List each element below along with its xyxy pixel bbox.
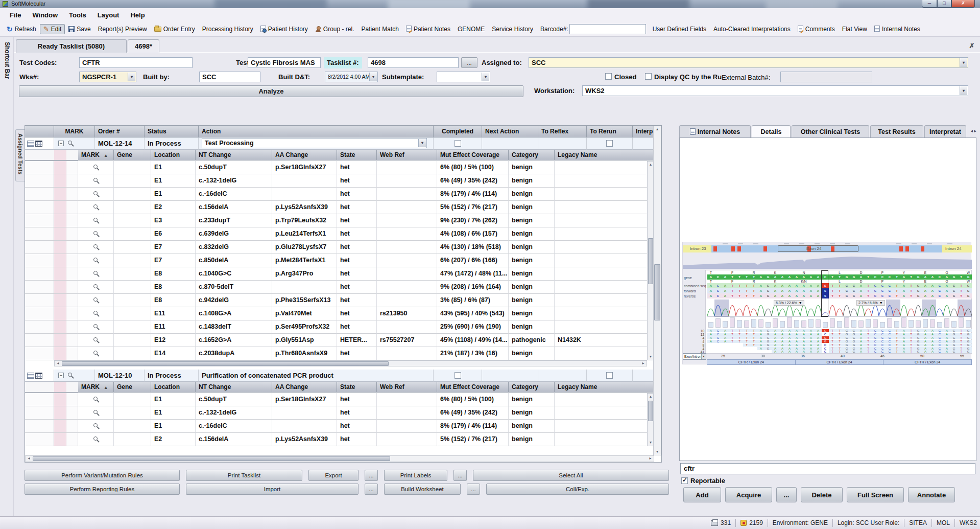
col-completed[interactable]: Completed — [434, 126, 482, 137]
delete-button[interactable]: Delete — [801, 487, 843, 502]
variant-row[interactable]: E1 c.-16delC het 8% (179) / 4% (114) ben… — [25, 420, 654, 433]
col-interp[interactable]: Interp — [633, 126, 654, 137]
variant-hscrollbar[interactable]: ◂ ▸ — [54, 360, 647, 366]
col-location[interactable]: Location — [151, 150, 196, 160]
perform-reporting-rules-button[interactable]: Perform Reporting Rules — [25, 484, 180, 495]
variant-row[interactable]: E8 c.1040G>C p.Arg347Pro het 47% (1472) … — [25, 267, 654, 281]
completed-checkbox[interactable] — [455, 140, 461, 147]
select-all-button[interactable]: Select All — [473, 470, 669, 481]
flat-view-button[interactable]: Flat View — [839, 24, 871, 34]
col-category[interactable]: Category — [509, 150, 555, 160]
chromatogram-viewer[interactable]: Intron 23Exon 24Intron 24genecombined se… — [682, 242, 971, 364]
mark-wand-icon[interactable] — [92, 231, 99, 237]
mark-wand-icon[interactable] — [92, 204, 99, 211]
variant-row[interactable]: E14 c.2038dupA p.Thr680AsnfsX9 het 21% (… — [25, 347, 654, 360]
patient-notes-button[interactable]: Patient Notes — [402, 24, 454, 34]
test-codes-field[interactable]: CFTR — [79, 57, 193, 68]
tab-current-tasklist[interactable]: 4698* — [128, 39, 159, 53]
col-legacy-name[interactable]: Legacy Name — [555, 150, 654, 160]
menu-tools[interactable]: Tools — [63, 10, 92, 20]
chevron-down-icon[interactable]: ▾ — [482, 73, 489, 81]
variant-row[interactable]: E6 c.639delG p.Leu214TerfsX1 het 4% (108… — [25, 227, 654, 241]
col-sub-mark[interactable]: MARK▴ — [78, 382, 114, 393]
vscroll-thumb[interactable] — [654, 264, 660, 320]
import-options-button[interactable]: ... — [365, 484, 378, 495]
import-button[interactable]: Import — [186, 484, 358, 495]
patient-match-button[interactable]: Patient Match — [358, 24, 402, 34]
genome-button[interactable]: GENOME — [454, 24, 488, 34]
mark-wand-icon[interactable] — [92, 324, 99, 330]
col-status[interactable]: Status — [145, 126, 199, 137]
vscroll-thumb[interactable] — [648, 238, 653, 284]
range-dropdown[interactable]: Exon/Intron▾ — [683, 353, 706, 360]
mark-wand-icon[interactable] — [92, 297, 99, 304]
mark-wand-icon[interactable] — [92, 257, 99, 264]
perform-variant-rules-button[interactable]: Perform Variant/Mutation Rules — [25, 470, 180, 481]
col-web-ref[interactable]: Web Ref — [377, 150, 437, 160]
close-button[interactable]: ✗ — [951, 0, 975, 8]
tab-next-icon[interactable]: ▸ — [974, 128, 976, 133]
gene-input[interactable]: cftr — [680, 463, 975, 474]
export-options-button[interactable]: ... — [365, 470, 378, 481]
to-rerun-checkbox[interactable] — [606, 140, 613, 147]
col-state[interactable]: State — [337, 150, 377, 160]
barcode-input[interactable] — [569, 24, 646, 34]
tasklist-browse-button[interactable]: ... — [461, 57, 477, 68]
export-button[interactable]: Export — [308, 470, 358, 481]
edit-button[interactable]: ✎Edit — [40, 24, 65, 34]
variant-row[interactable]: E3 c.233dupT p.Trp79LeufsX32 het 9% (230… — [25, 214, 654, 227]
col-order[interactable]: Order # — [95, 126, 145, 137]
report-icon[interactable] — [27, 141, 34, 147]
variant-row[interactable]: E1 c.50dupT p.Ser18GlnfsX27 het 6% (80) … — [25, 161, 654, 174]
comments-button[interactable]: Comments — [794, 24, 839, 34]
display-qc-checkbox[interactable] — [645, 73, 652, 80]
tab-close-icon[interactable]: ✗ — [968, 42, 976, 50]
menu-layout[interactable]: Layout — [92, 10, 125, 20]
worksheet-icon[interactable] — [35, 373, 42, 379]
menu-window[interactable]: Window — [27, 10, 63, 20]
order-action[interactable]: Purification of concatenated PCR product — [199, 370, 434, 382]
variant-row[interactable]: E11 c.1483delT p.Ser495ProfsX32 het 25% … — [25, 320, 654, 334]
col-nt-change[interactable]: NT Change — [196, 150, 272, 160]
auto-cleared-button[interactable]: Auto-Cleared Interpretations — [710, 24, 794, 34]
chevron-down-icon[interactable]: ▾ — [128, 73, 135, 81]
tab-prev-icon[interactable]: ◂ — [970, 128, 973, 133]
add-button[interactable]: Add — [683, 487, 721, 502]
collapse-button[interactable]: − — [58, 373, 64, 378]
chevron-down-icon[interactable]: ▾ — [418, 139, 426, 147]
tab-details[interactable]: Details — [752, 125, 791, 137]
variant-row[interactable]: E11 c.1408G>A p.Val470Met het rs213950 4… — [25, 307, 654, 320]
closed-checkbox[interactable] — [605, 73, 612, 80]
mark-wand-icon[interactable] — [92, 337, 99, 343]
variant-row[interactable]: E8 c.870-5delT het 9% (208) / 16% (164) … — [25, 281, 654, 294]
col-sub-mark[interactable]: MARK▴ — [78, 150, 114, 160]
analyze-button[interactable]: Analyze — [19, 85, 523, 97]
menu-file[interactable]: File — [4, 10, 27, 20]
built-dt-dropdown[interactable]: 8/2/2012 4:00 AM▾ — [325, 72, 378, 82]
patient-history-button[interactable]: Patient History — [257, 24, 312, 34]
variant-row[interactable]: E2 c.156delA p.Lys52AsnfsX39 het 5% (152… — [25, 201, 654, 214]
reportable-checkbox[interactable] — [681, 477, 688, 484]
more-options-button[interactable]: ... — [776, 487, 797, 502]
report-preview-button[interactable]: Report(s) Preview — [94, 24, 151, 34]
mark-wand-icon[interactable] — [92, 191, 99, 197]
mark-wand-icon[interactable] — [67, 140, 74, 147]
built-by-field[interactable]: SCC — [199, 72, 260, 82]
processing-history-button[interactable]: Processing History — [199, 24, 257, 34]
service-history-button[interactable]: Service History — [488, 24, 537, 34]
internal-notes-button[interactable]: Internal Notes — [871, 24, 924, 34]
chevron-down-icon[interactable]: ▾ — [960, 58, 967, 67]
variant-row[interactable]: E1 c.-16delC het 8% (179) / 4% (114) ben… — [25, 188, 654, 201]
col-to-rerun[interactable]: To Rerun — [587, 126, 633, 137]
mark-wand-icon[interactable] — [92, 396, 99, 403]
menu-help[interactable]: Help — [125, 10, 150, 20]
mark-wand-icon[interactable] — [92, 436, 99, 443]
completed-checkbox[interactable] — [455, 372, 461, 379]
grid-vscrollbar[interactable]: ▴ ▾ — [653, 126, 661, 455]
col-to-reflex[interactable]: To Reflex — [538, 126, 587, 137]
mark-wand-icon[interactable] — [92, 409, 99, 416]
wks-dropdown[interactable]: NGSPCR-1▾ — [79, 72, 136, 82]
tab-ready-tasklist[interactable]: Ready Tasklist (5080) — [16, 39, 127, 53]
print-labels-button[interactable]: Print Labels — [384, 470, 447, 481]
order-entry-button[interactable]: Order Entry — [151, 24, 199, 34]
